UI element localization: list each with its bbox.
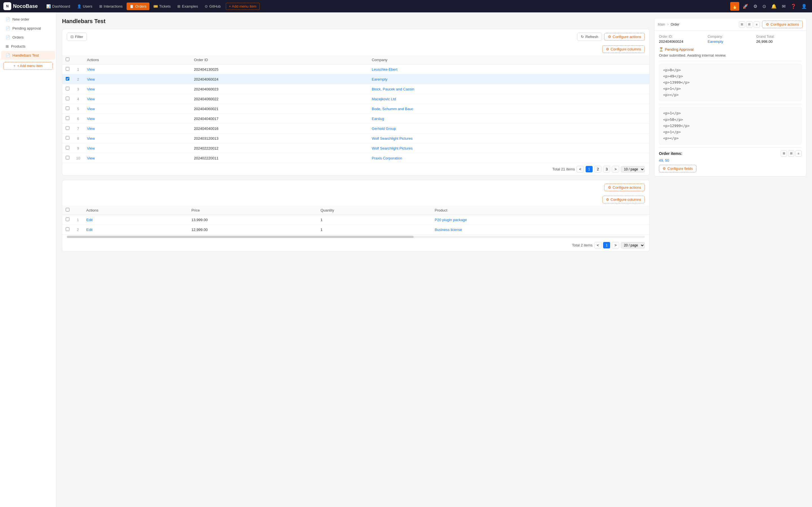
row-checkbox-5[interactable] [66, 116, 69, 120]
refresh-button[interactable]: ↻ Refresh [577, 33, 602, 41]
question-icon-button[interactable]: ❓ [789, 2, 798, 11]
view-link-1[interactable]: View [87, 77, 95, 81]
table-row[interactable]: 10 View 202402220011 Praxis Corporation [62, 153, 649, 163]
table-row[interactable]: 1 View 202404130025 Leuschke-Ebert [62, 64, 649, 74]
order-items-grid-button[interactable]: ≡ [795, 151, 802, 157]
edit-link-1[interactable]: Edit [86, 228, 93, 232]
sub-select-all-checkbox[interactable] [66, 208, 69, 212]
settings-icon-button[interactable]: ⚙ [752, 2, 759, 11]
sub-configure-columns-button[interactable]: ⚙ Configure columns [602, 196, 645, 203]
bell-icon-button[interactable]: 🔔 [769, 2, 778, 11]
view-link-2[interactable]: View [87, 87, 95, 91]
add-col-right-button[interactable]: ⊞ [746, 21, 753, 27]
company-link-7[interactable]: Wolf Searchlight Pictures [371, 136, 412, 140]
company-link-3[interactable]: Macejkovic Ltd [371, 97, 396, 101]
order-items-value[interactable]: 49, 50 [659, 158, 802, 163]
table-row[interactable]: 4 View 202404060022 Macejkovic Ltd [62, 94, 649, 104]
help-circle-icon-button[interactable]: ⊙ [761, 2, 768, 11]
view-link-4[interactable]: View [87, 107, 95, 111]
row-checkbox-6[interactable] [66, 126, 69, 130]
company-link-0[interactable]: Leuschke-Ebert [371, 67, 397, 71]
configure-fields-button[interactable]: ⚙ Configure fields [659, 165, 696, 172]
product-link-0[interactable]: P20 plugin package [435, 218, 467, 222]
row-checkbox-1[interactable] [66, 77, 69, 80]
nav-item-github[interactable]: ⊙ GitHub [202, 3, 223, 10]
view-link-7[interactable]: View [87, 136, 95, 140]
product-link-1[interactable]: Business license [435, 228, 462, 232]
sub-configure-actions-button[interactable]: ⚙ Configure actions [604, 184, 645, 191]
fire-icon-button[interactable]: 🔥 [730, 2, 739, 11]
row-checkbox-2[interactable] [66, 87, 69, 91]
sub-per-page-select[interactable]: 20 / page 50 / page [621, 242, 645, 248]
company-link-5[interactable]: Earslug [371, 117, 384, 121]
nav-item-examples[interactable]: ⊞ Examples [174, 3, 201, 10]
sidebar-add-menu-button[interactable]: + + Add menu item [3, 62, 53, 70]
order-items-add-left-button[interactable]: ⊞ [781, 151, 787, 157]
view-link-6[interactable]: View [87, 126, 95, 131]
configure-actions-button[interactable]: ⚙ Configure actions [604, 33, 645, 41]
nav-item-dashboard[interactable]: 📊 Dashboard [43, 3, 73, 10]
order-items-add-right-button[interactable]: ⊞ [788, 151, 794, 157]
row-checkbox-8[interactable] [66, 146, 69, 150]
row-checkbox-9[interactable] [66, 156, 69, 159]
sub-row-checkbox-0[interactable] [66, 217, 69, 221]
row-checkbox-4[interactable] [66, 107, 69, 110]
sub-table-scroll[interactable]: Actions Price Quantity Product 1 Edit 13… [62, 206, 649, 235]
sub-table-row[interactable]: 2 Edit 12,999.00 1 Business license [62, 225, 649, 235]
main-page-1-button[interactable]: 1 [586, 166, 593, 172]
table-row[interactable]: 8 View 202403120013 Wolf Searchlight Pic… [62, 133, 649, 144]
sidebar-item-handlebars-test[interactable]: 📄 Handlebars Test [1, 51, 55, 60]
view-link-9[interactable]: View [87, 156, 95, 160]
sidebar-item-orders[interactable]: 📄 Orders [1, 33, 55, 42]
main-per-page-select[interactable]: 10 / page 20 / page 50 / page [621, 166, 645, 172]
view-link-8[interactable]: View [87, 146, 95, 151]
nav-item-users[interactable]: 👤 Users [74, 3, 95, 10]
company-link-8[interactable]: Wolf Searchlight Pictures [371, 146, 412, 151]
logo[interactable]: N NocoBase [3, 2, 38, 10]
sidebar-item-pending-approval[interactable]: 📄 Pending approval [1, 24, 55, 33]
company-link-6[interactable]: Gerhold Group [371, 126, 396, 131]
user-avatar-button[interactable]: 👤 [800, 2, 809, 11]
table-row[interactable]: 7 View 202404040016 Gerhold Group [62, 124, 649, 133]
table-row[interactable]: 2 View 202404060024 Earempty [62, 74, 649, 84]
company-link-1[interactable]: Earempty [371, 77, 388, 81]
mail-icon-button[interactable]: ✉ [780, 2, 787, 11]
grid-view-button[interactable]: ≡ [754, 21, 760, 27]
nav-item-tickets[interactable]: 🎫 Tickets [151, 3, 174, 10]
row-checkbox-0[interactable] [66, 67, 69, 71]
main-page-3-button[interactable]: 3 [603, 166, 610, 172]
main-next-page-button[interactable]: > [612, 166, 619, 172]
add-col-left-button[interactable]: ⊞ [739, 21, 745, 27]
nav-item-orders[interactable]: 📋 Orders [126, 3, 149, 10]
row-checkbox-3[interactable] [66, 97, 69, 100]
sidebar-item-products[interactable]: ⊞ Products [1, 42, 55, 51]
sub-page-1-button[interactable]: 1 [603, 242, 610, 248]
sub-row-checkbox-1[interactable] [66, 227, 69, 231]
main-page-2-button[interactable]: 2 [594, 166, 601, 172]
sub-prev-page-button[interactable]: < [594, 242, 602, 248]
main-prev-page-button[interactable]: < [576, 166, 584, 172]
sidebar-item-new-order[interactable]: 📄 New order [1, 15, 55, 24]
nav-add-menu-button[interactable]: + Add menu item [226, 3, 260, 10]
table-row[interactable]: 3 View 202404060023 Block, Paucek and Ca… [62, 84, 649, 94]
company-link-4[interactable]: Bode, Schumm and Bauc [371, 107, 413, 111]
company-link-2[interactable]: Block, Paucek and Cassin [371, 87, 414, 91]
table-row[interactable]: 5 View 202404060021 Bode, Schumm and Bau… [62, 104, 649, 114]
sub-table-scrollbar[interactable] [67, 236, 645, 238]
row-checkbox-7[interactable] [66, 136, 69, 140]
filter-button[interactable]: ⊡ Filter [67, 33, 87, 41]
edit-link-0[interactable]: Edit [86, 218, 93, 222]
rocket-icon-button[interactable]: 🚀 [741, 2, 750, 11]
sub-next-page-button[interactable]: > [612, 242, 619, 248]
table-row[interactable]: 6 View 202404040017 Earslug [62, 114, 649, 124]
configure-columns-button[interactable]: ⚙ Configure columns [602, 45, 645, 53]
view-link-0[interactable]: View [87, 67, 95, 71]
table-row[interactable]: 9 View 202402220012 Wolf Searchlight Pic… [62, 144, 649, 153]
nav-item-interactions[interactable]: ⊞ Interactions [96, 3, 125, 10]
sub-table-row[interactable]: 1 Edit 13,999.00 1 P20 plugin package [62, 215, 649, 225]
select-all-checkbox[interactable] [66, 57, 69, 61]
view-link-3[interactable]: View [87, 97, 95, 101]
detail-configure-actions-button[interactable]: ⚙ Configure actions [762, 20, 803, 28]
view-link-5[interactable]: View [87, 117, 95, 121]
company-value[interactable]: Earempty [708, 40, 753, 44]
